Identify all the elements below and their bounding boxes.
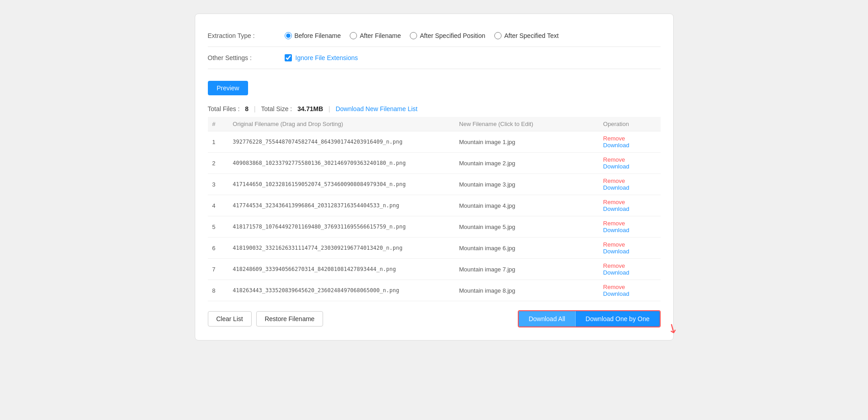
- other-settings-row: Other Settings : Ignore File Extensions: [208, 47, 661, 69]
- radio-after-text[interactable]: After Specified Text: [494, 32, 558, 39]
- row-num: 2: [208, 153, 229, 174]
- ignore-extensions-label: Ignore File Extensions: [296, 54, 358, 61]
- download-all-button[interactable]: Download All: [519, 311, 576, 327]
- row-new-name[interactable]: Mountain image 6.jpg: [455, 238, 599, 259]
- arrow-icon: ↘: [664, 319, 680, 337]
- total-size-value: 34.71MB: [297, 105, 323, 112]
- row-original: 417744534_323436413996864_20312837163544…: [228, 195, 455, 216]
- radio-after-position-label: After Specified Position: [420, 32, 485, 39]
- remove-link[interactable]: Remove: [603, 156, 625, 163]
- preview-button[interactable]: Preview: [208, 81, 249, 95]
- row-operation: Remove Download: [599, 259, 661, 280]
- remove-link[interactable]: Remove: [603, 199, 625, 205]
- preview-section: Preview: [208, 69, 661, 99]
- row-original: 409083868_10233792775580136_302146970936…: [228, 153, 455, 174]
- table-row: 7 418248609_333940566270314_842081081427…: [208, 259, 661, 280]
- download-link[interactable]: Download: [603, 227, 629, 233]
- stats-row: Total Files : 8 | Total Size : 34.71MB |…: [208, 99, 661, 117]
- table-row: 4 417744534_323436413996864_203128371635…: [208, 195, 661, 216]
- remove-link[interactable]: Remove: [603, 262, 625, 269]
- row-original: 392776228_7554487074582744_8643901744203…: [228, 131, 455, 153]
- row-operation: Remove Download: [599, 153, 661, 174]
- table-row: 2 409083868_10233792775580136_3021469709…: [208, 153, 661, 174]
- radio-before-filename[interactable]: Before Filename: [285, 32, 341, 39]
- table-body: 1 392776228_7554487074582744_86439017442…: [208, 131, 661, 301]
- footer-right: Download All Download One by One ↘: [518, 310, 661, 327]
- col-header-original: Original Filename (Drag and Drop Sorting…: [228, 117, 455, 131]
- row-num: 5: [208, 216, 229, 238]
- table-row: 5 418171578_10764492701169480_3769311695…: [208, 216, 661, 238]
- download-link[interactable]: Download: [603, 184, 629, 191]
- ignore-extensions-checkbox[interactable]: [285, 54, 292, 61]
- extraction-type-options: Before Filename After Filename After Spe…: [285, 32, 559, 39]
- row-new-name[interactable]: Mountain image 5.jpg: [455, 216, 599, 238]
- extraction-type-label: Extraction Type :: [208, 32, 285, 39]
- download-link[interactable]: Download: [603, 205, 629, 212]
- download-link[interactable]: Download: [603, 142, 629, 149]
- radio-after-filename-label: After Filename: [360, 32, 401, 39]
- col-header-new: New Filename (Click to Edit): [455, 117, 599, 131]
- remove-link[interactable]: Remove: [603, 220, 625, 227]
- row-new-name[interactable]: Mountain image 2.jpg: [455, 153, 599, 174]
- total-files-label: Total Files :: [208, 105, 240, 112]
- radio-before-filename-input[interactable]: [285, 32, 292, 39]
- remove-link[interactable]: Remove: [603, 284, 625, 290]
- row-num: 7: [208, 259, 229, 280]
- row-num: 6: [208, 238, 229, 259]
- row-num: 4: [208, 195, 229, 216]
- total-files-value: 8: [245, 105, 249, 112]
- stats-divider1: |: [254, 105, 256, 112]
- remove-link[interactable]: Remove: [603, 241, 625, 248]
- ignore-extensions-checkbox-label[interactable]: Ignore File Extensions: [285, 54, 358, 61]
- stats-divider2: |: [328, 105, 330, 112]
- row-new-name[interactable]: Mountain image 3.jpg: [455, 174, 599, 195]
- download-list-link[interactable]: Download New Filename List: [336, 105, 418, 112]
- row-original: 418263443_333520839645620_23602484970680…: [228, 280, 455, 301]
- main-card: Extraction Type : Before Filename After …: [195, 14, 674, 341]
- row-num: 1: [208, 131, 229, 153]
- radio-after-filename[interactable]: After Filename: [350, 32, 401, 39]
- download-link[interactable]: Download: [603, 290, 629, 297]
- total-size-label: Total Size :: [261, 105, 292, 112]
- table-row: 6 418190032_3321626331114774_23030921967…: [208, 238, 661, 259]
- download-link[interactable]: Download: [603, 248, 629, 255]
- extraction-type-row: Extraction Type : Before Filename After …: [208, 25, 661, 47]
- row-num: 3: [208, 174, 229, 195]
- row-new-name[interactable]: Mountain image 1.jpg: [455, 131, 599, 153]
- footer-left: Clear List Restore Filename: [208, 311, 324, 327]
- row-original: 418171578_10764492701169480_376931169556…: [228, 216, 455, 238]
- radio-before-filename-label: Before Filename: [295, 32, 341, 39]
- download-group: Download All Download One by One: [518, 310, 661, 327]
- table-header: # Original Filename (Drag and Drop Sorti…: [208, 117, 661, 131]
- table-row: 1 392776228_7554487074582744_86439017442…: [208, 131, 661, 153]
- footer-row: Clear List Restore Filename Download All…: [208, 310, 661, 327]
- row-operation: Remove Download: [599, 216, 661, 238]
- row-new-name[interactable]: Mountain image 8.jpg: [455, 280, 599, 301]
- radio-after-filename-input[interactable]: [350, 32, 357, 39]
- download-link[interactable]: Download: [603, 163, 629, 170]
- table-row: 8 418263443_333520839645620_236024849706…: [208, 280, 661, 301]
- radio-after-position[interactable]: After Specified Position: [410, 32, 485, 39]
- table-row: 3 417144650_10232816159052074_5734600908…: [208, 174, 661, 195]
- remove-link[interactable]: Remove: [603, 135, 625, 142]
- other-settings-label: Other Settings :: [208, 54, 285, 61]
- radio-after-position-input[interactable]: [410, 32, 417, 39]
- remove-link[interactable]: Remove: [603, 177, 625, 184]
- row-operation: Remove Download: [599, 238, 661, 259]
- row-original: 418190032_3321626331114774_2303092196774…: [228, 238, 455, 259]
- restore-filename-button[interactable]: Restore Filename: [256, 311, 324, 327]
- col-header-operation: Operation: [599, 117, 661, 131]
- row-operation: Remove Download: [599, 174, 661, 195]
- file-table: # Original Filename (Drag and Drop Sorti…: [208, 117, 661, 301]
- row-operation: Remove Download: [599, 280, 661, 301]
- col-header-num: #: [208, 117, 229, 131]
- row-operation: Remove Download: [599, 131, 661, 153]
- download-link[interactable]: Download: [603, 269, 629, 276]
- row-num: 8: [208, 280, 229, 301]
- download-one-by-one-button[interactable]: Download One by One: [576, 311, 660, 327]
- clear-list-button[interactable]: Clear List: [208, 311, 252, 327]
- radio-after-text-input[interactable]: [494, 32, 502, 39]
- row-new-name[interactable]: Mountain image 7.jpg: [455, 259, 599, 280]
- row-original: 417144650_10232816159052074_573460090808…: [228, 174, 455, 195]
- row-new-name[interactable]: Mountain image 4.jpg: [455, 195, 599, 216]
